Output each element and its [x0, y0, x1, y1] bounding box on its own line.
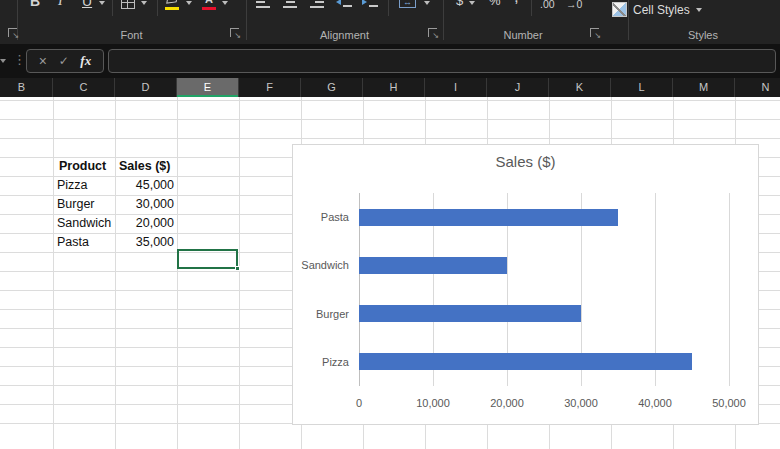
comma-style-button[interactable]: , — [514, 0, 519, 5]
insert-function-button[interactable]: fx — [80, 53, 91, 69]
arrow-right-icon — [362, 0, 367, 5]
merge-center-button[interactable]: ↔ — [399, 0, 416, 8]
column-header-D[interactable]: D — [115, 78, 177, 97]
formula-bar-handle[interactable]: ⋮ — [13, 52, 26, 67]
styles-group-label: Styles — [628, 28, 778, 42]
align-left-button[interactable] — [256, 0, 270, 8]
column-headers: BCDEFGHIJKLMN — [0, 78, 780, 97]
column-header-F[interactable]: F — [239, 78, 301, 97]
excel-window: B I U A ↔ $ % , .00 →0 — [0, 0, 780, 449]
column-header-K[interactable]: K — [549, 78, 611, 97]
column-header-C[interactable]: C — [53, 78, 115, 97]
chart-bar[interactable] — [359, 353, 692, 370]
chart-x-ticks: 010,00020,00030,00040,00050,000 — [293, 397, 758, 411]
chart-category-label[interactable]: Sandwich — [293, 259, 359, 271]
table-cell-product[interactable]: Pasta — [57, 233, 117, 252]
table-header-sales[interactable]: Sales ($) — [119, 157, 177, 176]
percent-style-button[interactable]: % — [489, 0, 501, 9]
dialog-launcher[interactable]: ↘ — [230, 28, 239, 37]
cell-styles-button[interactable]: Cell Styles — [612, 2, 702, 17]
column-header-M[interactable]: M — [673, 78, 735, 97]
align-center-button[interactable] — [283, 0, 297, 8]
font-color-letter: A — [205, 0, 213, 5]
cancel-button[interactable]: × — [39, 53, 47, 69]
increase-indent-button[interactable] — [362, 0, 378, 8]
alignment-group-label: Alignment — [246, 28, 443, 42]
table-cell-sales[interactable]: 35,000 — [115, 233, 174, 252]
bold-button[interactable]: B — [30, 0, 40, 9]
enter-button[interactable]: ✓ — [59, 54, 69, 68]
chevron-down-icon[interactable] — [186, 1, 192, 5]
formula-bar-buttons: × ✓ fx — [26, 49, 104, 73]
column-header-J[interactable]: J — [487, 78, 549, 97]
chevron-down-icon[interactable] — [99, 1, 105, 5]
table-cell-product[interactable]: Pizza — [57, 176, 117, 195]
chart-title[interactable]: Sales ($) — [293, 153, 758, 170]
separator — [157, 0, 158, 16]
accounting-format-button[interactable]: $ — [456, 0, 463, 9]
align-right-button[interactable] — [310, 0, 324, 8]
chart-category-label[interactable]: Burger — [293, 308, 359, 320]
column-header-N[interactable]: N — [735, 78, 780, 97]
chart-x-tick-label[interactable]: 50,000 — [712, 397, 746, 409]
chevron-down-icon[interactable] — [141, 1, 147, 5]
chart-bar[interactable] — [359, 257, 507, 274]
table-cell-product[interactable]: Sandwich — [57, 214, 117, 233]
fill-color-button[interactable] — [165, 0, 181, 10]
chart-category-row: Burger — [293, 290, 758, 338]
dialog-launcher[interactable]: ↘ — [8, 28, 17, 37]
increase-decimal-button[interactable]: .00 — [540, 0, 555, 12]
chart-x-tick-label[interactable]: 30,000 — [564, 397, 598, 409]
chart-x-tick-label[interactable]: 20,000 — [490, 397, 524, 409]
fill-handle[interactable] — [235, 266, 240, 271]
italic-button[interactable]: I — [58, 0, 63, 9]
table-cell-product[interactable]: Burger — [57, 195, 117, 214]
selected-cell[interactable] — [177, 249, 238, 269]
chevron-down-icon[interactable] — [424, 1, 430, 5]
chart-category-row: Sandwich — [293, 241, 758, 289]
column-header-G[interactable]: G — [301, 78, 363, 97]
chart-bar[interactable] — [359, 209, 618, 226]
chart-category-label[interactable]: Pasta — [293, 211, 359, 223]
ribbon: B I U A ↔ $ % , .00 →0 — [0, 0, 780, 44]
column-header-I[interactable]: I — [425, 78, 487, 97]
font-group-label: Font — [17, 28, 246, 42]
underline-button[interactable]: U — [82, 0, 92, 9]
chart-x-tick-label[interactable]: 10,000 — [416, 397, 450, 409]
dialog-launcher[interactable]: ↘ — [428, 28, 437, 37]
chart-bar-track — [359, 353, 729, 370]
chart-x-tick-label[interactable]: 40,000 — [638, 397, 672, 409]
chevron-down-icon[interactable] — [222, 1, 228, 5]
name-box-chevron-icon[interactable] — [0, 59, 6, 63]
sales-chart[interactable]: Sales ($) PastaSandwichBurgerPizza 010,0… — [292, 144, 759, 425]
chart-bar-track — [359, 257, 729, 274]
paint-bucket-icon — [166, 0, 178, 4]
fill-color-bar — [165, 7, 179, 10]
column-header-H[interactable]: H — [363, 78, 425, 97]
table-header-product[interactable]: Product — [59, 157, 115, 176]
decrease-indent-button[interactable] — [336, 0, 352, 8]
table-cell-sales[interactable]: 20,000 — [115, 214, 174, 233]
chart-category-label[interactable]: Pizza — [293, 356, 359, 368]
separator — [388, 0, 389, 16]
font-color-bar — [202, 7, 216, 10]
chevron-down-icon — [696, 8, 702, 12]
dialog-launcher[interactable]: ↘ — [590, 28, 599, 37]
number-group-label: Number — [443, 28, 603, 42]
chart-bar[interactable] — [359, 305, 581, 322]
table-cell-sales[interactable]: 30,000 — [115, 195, 174, 214]
sheet-grid[interactable]: ProductSales ($)Pizza45,000Burger30,000S… — [0, 97, 780, 449]
column-header-L[interactable]: L — [611, 78, 673, 97]
borders-button[interactable] — [121, 0, 135, 9]
cell-styles-icon — [612, 2, 627, 17]
table-cell-sales[interactable]: 45,000 — [115, 176, 174, 195]
column-header-E[interactable]: E — [177, 78, 239, 97]
font-color-button[interactable]: A — [201, 0, 217, 10]
chevron-down-icon[interactable] — [469, 1, 475, 5]
arrow-left-icon — [336, 0, 341, 5]
decrease-decimal-button[interactable]: →0 — [566, 0, 582, 12]
chart-x-tick-label[interactable]: 0 — [356, 397, 362, 409]
formula-input[interactable] — [108, 49, 776, 73]
column-header-B[interactable]: B — [0, 78, 53, 97]
cell-styles-label: Cell Styles — [633, 3, 690, 17]
